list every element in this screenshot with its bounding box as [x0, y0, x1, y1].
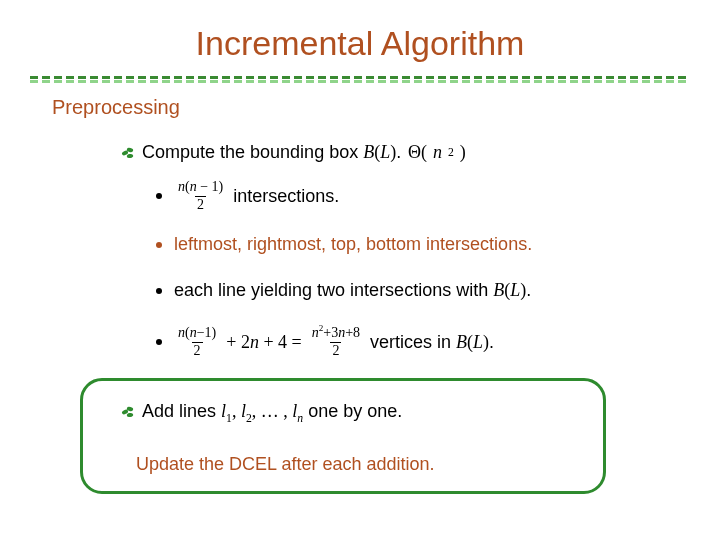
tail: vertices in B(L). [370, 332, 494, 353]
prefix: Add lines [142, 401, 221, 421]
svg-point-8 [127, 412, 134, 417]
dot-bullet-icon [156, 193, 162, 199]
suffix: . [396, 142, 401, 162]
text: Add lines l1, l2, … , ln one by one. [142, 401, 402, 422]
text-update-dcel: Update the DCEL after each addition. [136, 454, 435, 475]
section-heading: Preprocessing [52, 96, 180, 119]
leaf-bullet-icon [120, 145, 136, 161]
tail-prefix: vertices in [370, 332, 456, 352]
text: leftmost, rightmost, top, bottom interse… [174, 234, 532, 255]
complexity-theta-n2: Θ(n2) [408, 142, 466, 163]
slide-title: Incremental Algorithm [0, 24, 720, 63]
fraction: n(n − 1) 2 [176, 180, 225, 212]
dot-bullet-icon [156, 242, 162, 248]
subbullet-yielding: each line yielding two intersections wit… [156, 280, 531, 301]
bullet-compute-bounding-box: Compute the bounding box B(L). [120, 142, 401, 163]
svg-rect-2 [30, 76, 690, 84]
suffix: one by one. [303, 401, 402, 421]
subbullet-extremes: leftmost, rightmost, top, bottom interse… [156, 234, 532, 255]
bullet-add-lines: Add lines l1, l2, … , ln one by one. [120, 401, 402, 422]
svg-point-5 [127, 153, 134, 158]
subbullet-vertices-formula: n(n−1) 2 + 2n + 4 = n2+3n+8 2 vertices i… [156, 326, 494, 358]
middle-terms: + 2n + 4 = [226, 332, 301, 353]
dot-bullet-icon [156, 288, 162, 294]
prefix: Compute the bounding box [142, 142, 363, 162]
dot-bullet-icon [156, 339, 162, 345]
suffix: . [526, 280, 531, 300]
title-underline [30, 76, 690, 84]
highlight-callout-box [80, 378, 606, 494]
leaf-bullet-icon [120, 404, 136, 420]
text: each line yielding two intersections wit… [174, 280, 531, 301]
fraction-left: n(n−1) 2 [176, 326, 218, 358]
suffix: intersections. [233, 186, 339, 207]
fraction-right: n2+3n+8 2 [310, 326, 362, 358]
slide: Incremental Algorithm Preprocessing Comp… [0, 0, 720, 540]
text: Compute the bounding box B(L). [142, 142, 401, 163]
subbullet-intersections-count: n(n − 1) 2 intersections. [156, 180, 339, 212]
prefix: each line yielding two intersections wit… [174, 280, 493, 300]
suffix: . [489, 332, 494, 352]
